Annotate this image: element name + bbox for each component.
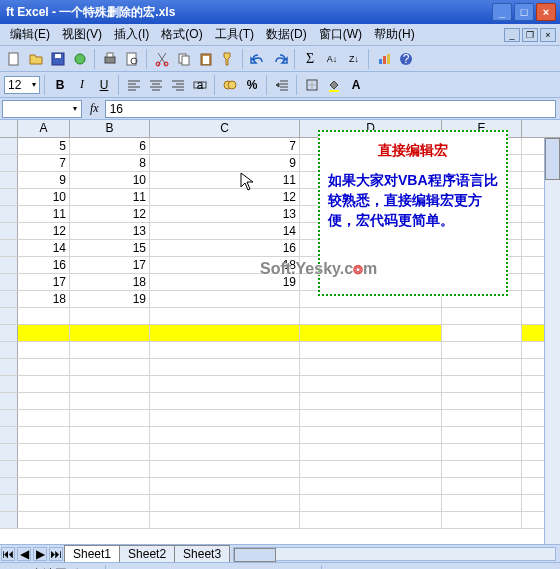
menu-format[interactable]: 格式(O) [155,24,208,45]
cell[interactable] [150,512,300,528]
cell[interactable] [70,393,150,409]
cell[interactable]: 10 [18,189,70,205]
cell[interactable] [150,444,300,460]
fontcolor-icon[interactable]: A [346,75,366,95]
col-header-c[interactable]: C [150,120,300,137]
cell[interactable] [150,376,300,392]
align-right-icon[interactable] [168,75,188,95]
row-header[interactable] [0,376,18,392]
cell[interactable] [70,376,150,392]
cell[interactable] [18,444,70,460]
preview-icon[interactable] [122,49,142,69]
dashstyle-icon[interactable] [420,565,440,570]
close-button[interactable]: × [536,3,556,21]
cell[interactable] [150,393,300,409]
row-header[interactable] [0,291,18,307]
cell[interactable] [70,325,150,341]
cell[interactable] [442,308,522,324]
grid-row[interactable] [0,342,560,359]
cell[interactable] [300,376,442,392]
cell[interactable] [300,444,442,460]
row-header[interactable] [0,444,18,460]
cell[interactable]: 5 [18,138,70,154]
paste-icon[interactable] [196,49,216,69]
cell[interactable] [300,427,442,443]
mdi-minimize-button[interactable]: _ [504,28,520,42]
wordart-icon[interactable]: A [227,565,247,570]
row-header[interactable] [0,308,18,324]
menu-insert[interactable]: 插入(I) [108,24,155,45]
cell[interactable]: 11 [70,189,150,205]
fx-icon[interactable]: fx [84,101,105,116]
tab-sheet1[interactable]: Sheet1 [64,545,120,562]
percent-icon[interactable]: % [242,75,262,95]
grid-row[interactable] [0,393,560,410]
3d-icon[interactable] [489,565,509,570]
cell[interactable] [442,359,522,375]
print-icon[interactable] [100,49,120,69]
cell[interactable] [442,478,522,494]
cell[interactable]: 18 [150,257,300,273]
grid-row[interactable] [0,410,560,427]
tab-nav-last-icon[interactable]: ⏭ [49,547,63,561]
cell[interactable]: 7 [18,155,70,171]
cell[interactable] [70,512,150,528]
cell[interactable]: 17 [70,257,150,273]
arrow-icon[interactable] [135,565,155,570]
cell[interactable] [18,461,70,477]
cell[interactable] [300,325,442,341]
row-header[interactable] [0,138,18,154]
line-icon[interactable] [112,565,132,570]
draw-menu-icon[interactable] [4,565,24,570]
cell[interactable] [442,444,522,460]
currency-icon[interactable] [220,75,240,95]
tab-nav-prev-icon[interactable]: ◀ [17,547,31,561]
cell[interactable] [150,342,300,358]
cell[interactable] [70,342,150,358]
cell[interactable]: 6 [70,138,150,154]
menu-help[interactable]: 帮助(H) [368,24,421,45]
cell[interactable] [18,308,70,324]
textbox-icon[interactable]: A [204,565,224,570]
cell[interactable] [70,427,150,443]
col-header-b[interactable]: B [70,120,150,137]
cell[interactable]: 15 [70,240,150,256]
cell[interactable] [150,291,300,307]
rectangle-icon[interactable] [158,565,178,570]
save-icon[interactable] [48,49,68,69]
fontcolor-draw-icon[interactable]: A [374,565,394,570]
open-icon[interactable] [26,49,46,69]
grid-row[interactable] [0,359,560,376]
cell[interactable] [150,478,300,494]
borders-icon[interactable] [302,75,322,95]
cell[interactable]: 16 [18,257,70,273]
cell[interactable] [18,512,70,528]
row-header[interactable] [0,274,18,290]
row-header[interactable] [0,512,18,528]
row-header[interactable] [0,155,18,171]
row-header[interactable] [0,478,18,494]
cell[interactable] [150,410,300,426]
vertical-scrollbar[interactable] [544,138,560,544]
fillcolor-icon[interactable] [324,75,344,95]
cell[interactable] [300,495,442,511]
fillcolor-draw-icon[interactable] [328,565,348,570]
tab-nav-first-icon[interactable]: ⏮ [1,547,15,561]
cell[interactable] [18,342,70,358]
grid-row[interactable] [0,308,560,325]
cell[interactable] [442,427,522,443]
fontsize-select[interactable]: 12▾ [4,76,40,94]
linestyle-icon[interactable] [397,565,417,570]
cell[interactable] [18,410,70,426]
cell[interactable]: 17 [18,274,70,290]
picture-icon[interactable] [296,565,316,570]
row-header[interactable] [0,393,18,409]
row-header[interactable] [0,257,18,273]
cell[interactable] [300,512,442,528]
menu-tools[interactable]: 工具(T) [209,24,260,45]
grid-row[interactable] [0,376,560,393]
tab-sheet2[interactable]: Sheet2 [119,545,175,562]
help-icon[interactable]: ? [396,49,416,69]
cell[interactable] [18,359,70,375]
cell[interactable]: 11 [18,206,70,222]
